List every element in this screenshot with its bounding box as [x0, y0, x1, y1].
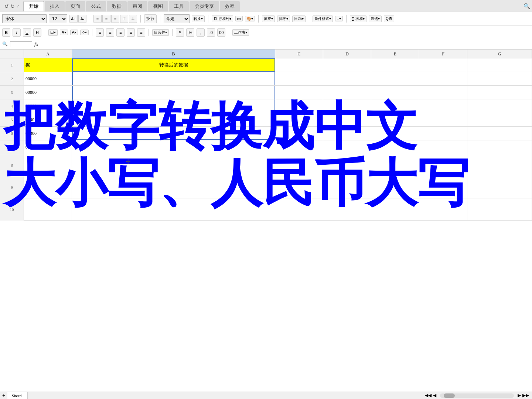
cell-d9[interactable]	[323, 176, 371, 198]
filter-btn[interactable]: 筛选▾	[369, 16, 382, 22]
cell-a7[interactable]: 00000	[24, 140, 72, 154]
cell-e8[interactable]	[371, 154, 419, 176]
decrease-font-btn[interactable]: A-	[78, 15, 86, 23]
cell-f5[interactable]	[419, 113, 467, 126]
cell-b8[interactable]	[72, 154, 275, 176]
cell-a3[interactable]: 00000	[24, 86, 72, 99]
cell-g8[interactable]	[467, 154, 532, 176]
cell-g10[interactable]	[467, 198, 532, 221]
sum-btn[interactable]: ∑ 求和▾	[350, 16, 366, 22]
cell-b9[interactable]	[72, 176, 275, 198]
align2-right[interactable]: ≡	[116, 28, 125, 37]
border-style-btn[interactable]: □▾	[335, 16, 343, 21]
cell-g1[interactable]	[467, 58, 532, 72]
sheet-tab-1[interactable]: Sheet1	[7, 392, 28, 399]
table-icon-btn[interactable]: 🗃	[235, 16, 243, 21]
cell-d3[interactable]	[323, 86, 371, 99]
col-header-g[interactable]: G	[467, 50, 532, 58]
cell-e2[interactable]	[371, 72, 419, 85]
cell-f3[interactable]	[419, 86, 467, 99]
underline-btn[interactable]: U	[23, 28, 31, 37]
cell-f7[interactable]	[419, 140, 467, 154]
cell-b7[interactable]	[72, 140, 275, 154]
cell-g4[interactable]	[467, 99, 532, 113]
percent-btn[interactable]: %	[186, 28, 194, 37]
align-top-btn[interactable]: ⊤	[120, 15, 128, 23]
cell-c7[interactable]	[275, 140, 323, 154]
col-header-a[interactable]: A	[24, 50, 72, 58]
cell-g6[interactable]	[467, 127, 532, 140]
cell-c10[interactable]	[275, 198, 323, 221]
border-btn[interactable]: 田▾	[48, 29, 58, 36]
cell-g7[interactable]	[467, 140, 532, 154]
align-center-btn[interactable]: ≡	[102, 15, 110, 23]
col-header-e[interactable]: E	[371, 50, 419, 58]
font-color-btn[interactable]: A▾	[70, 30, 78, 35]
cell-c8[interactable]	[275, 154, 323, 176]
cell-a10[interactable]	[24, 198, 72, 221]
italic-btn[interactable]: I	[13, 28, 21, 37]
align-left-btn[interactable]: ≡	[93, 15, 102, 23]
cell-e7[interactable]	[371, 140, 419, 154]
cell-a8[interactable]	[24, 154, 72, 176]
tab-start[interactable]: 开始	[23, 1, 44, 11]
cell-e10[interactable]	[371, 198, 419, 221]
tab-formula[interactable]: 公式	[86, 1, 106, 11]
dec-more-btn[interactable]: .0	[207, 28, 215, 37]
tab-review[interactable]: 审阅	[127, 1, 147, 11]
tab-tools[interactable]: 工具	[169, 1, 189, 11]
dec-less-btn[interactable]: 00	[217, 28, 225, 37]
more-btn[interactable]: 日25▾	[292, 16, 306, 22]
cell-f6[interactable]	[419, 127, 467, 140]
convert-btn[interactable]: 转换▾	[192, 16, 205, 22]
col-header-c[interactable]: C	[275, 50, 323, 58]
fill-btn[interactable]: 填充▾	[262, 16, 275, 22]
tab-view[interactable]: 视图	[148, 1, 168, 11]
col-header-d[interactable]: D	[323, 50, 371, 58]
tab-member[interactable]: 会员专享	[190, 1, 219, 11]
align-right-btn[interactable]: ≡	[111, 15, 119, 23]
strikethrough-btn[interactable]: H	[33, 28, 41, 37]
align2-left[interactable]: ≡	[96, 28, 104, 37]
cell-f2[interactable]	[419, 72, 467, 85]
color-icon-btn[interactable]: 🎨▾	[245, 16, 255, 21]
cell-g3[interactable]	[467, 86, 532, 99]
cell-c1[interactable]	[275, 58, 323, 72]
bold-btn[interactable]: B	[2, 28, 10, 37]
cell-d8[interactable]	[323, 154, 371, 176]
cell-b1[interactable]: 转换后的数据	[72, 58, 275, 72]
cell-b3[interactable]	[72, 86, 275, 99]
cell-e5[interactable]	[371, 113, 419, 126]
cell-g2[interactable]	[467, 72, 532, 85]
cell-d7[interactable]	[323, 140, 371, 154]
cell-b2[interactable]	[72, 72, 275, 85]
cell-f10[interactable]	[419, 198, 467, 221]
tab-efficiency[interactable]: 效率	[220, 1, 240, 11]
erase-btn[interactable]: ◇▾	[80, 30, 89, 35]
cell-a6[interactable]: 00000	[24, 127, 72, 140]
cell-a2[interactable]: 00000	[24, 72, 72, 85]
formula-input[interactable]	[41, 42, 530, 47]
cell-g9[interactable]	[467, 176, 532, 198]
align-bottom-btn[interactable]: ⊥	[129, 15, 137, 23]
font-size-selector[interactable]: 12	[49, 14, 67, 23]
cell-c9[interactable]	[275, 176, 323, 198]
wrap-text-btn[interactable]: 换行	[144, 14, 157, 23]
cell-a1[interactable]: 据	[24, 58, 72, 72]
find-btn[interactable]: Q查	[384, 16, 394, 22]
cell-c6[interactable]	[275, 127, 323, 140]
nav-next-icon[interactable]: ▶	[518, 393, 521, 398]
cell-c4[interactable]	[275, 99, 323, 113]
cell-f4[interactable]	[419, 99, 467, 113]
cell-d4[interactable]	[323, 99, 371, 113]
undo-icon[interactable]: ↺	[4, 3, 9, 10]
cell-d1[interactable]	[323, 58, 371, 72]
align2-center[interactable]: ≡	[106, 28, 114, 37]
add-sheet-btn[interactable]: +	[0, 393, 7, 399]
cell-b4[interactable]	[72, 99, 275, 113]
cell-d2[interactable]	[323, 72, 371, 85]
font-selector[interactable]: 宋体	[2, 14, 47, 23]
cell-f1[interactable]	[419, 58, 467, 72]
sort-btn[interactable]: 排序▾	[277, 16, 290, 22]
increase-font-btn[interactable]: A+	[69, 15, 78, 23]
